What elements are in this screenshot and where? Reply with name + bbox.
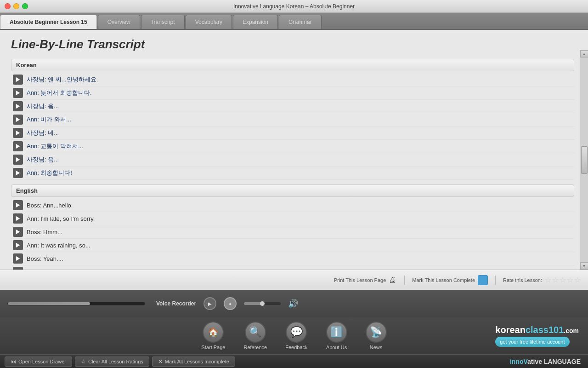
transcript-text: 사장님: 음...: [27, 155, 59, 164]
transcript-body[interactable]: Korean 사장님: 앤 씨...안녕하세요. Ann: 늦어서 최송합니다.…: [0, 57, 588, 270]
svg-marker-3: [16, 117, 20, 122]
transcript-text: Ann: 비가 와서...: [27, 115, 71, 124]
brand-area: koreanclass101.com get your free lifetim…: [495, 325, 579, 347]
audio-play-button[interactable]: [13, 227, 23, 237]
scroll-thumb[interactable]: [581, 146, 588, 174]
audio-play-button[interactable]: [13, 253, 23, 264]
nav-item-reference[interactable]: 🔍 Reference: [234, 318, 276, 354]
mark-incomplete-button[interactable]: ✕ Mark All Lessons Incomplete: [152, 356, 235, 367]
korean-section-header: Korean: [11, 59, 574, 71]
star-clear-icon: ☆: [81, 358, 86, 365]
svg-marker-5: [16, 144, 20, 149]
audio-play-button[interactable]: [13, 200, 23, 210]
transcript-text: Ann: There was traffic, so...: [27, 269, 99, 270]
volume-slider[interactable]: [244, 302, 281, 305]
english-section-header: English: [11, 184, 574, 197]
nav-item-start-page[interactable]: 🏠 Start Page: [192, 318, 234, 354]
star-4[interactable]: ☆: [567, 276, 573, 284]
table-row: 사장님: 네...: [11, 126, 574, 140]
star-2[interactable]: ☆: [552, 276, 559, 284]
brand-cta-button[interactable]: get your free lifetime account: [495, 337, 569, 347]
scroll-down-arrow[interactable]: ▼: [580, 262, 588, 270]
progress-bar[interactable]: [7, 302, 145, 305]
audio-play-button[interactable]: [13, 168, 23, 178]
transcript-text: Ann: 늦어서 최송합니다.: [27, 89, 92, 97]
volume-knob: [260, 301, 265, 306]
audio-play-button[interactable]: [13, 213, 23, 224]
transcript-text: Ann: 교통이 막혀서...: [27, 142, 83, 150]
bottom-toolbar: Print This Lesson Page 🖨 Mark This Lesso…: [0, 270, 588, 290]
star-3[interactable]: ☆: [560, 276, 566, 284]
scrollbar[interactable]: ▲ ▼: [580, 50, 588, 270]
clear-ratings-button[interactable]: ☆ Clear All Lesson Ratings: [75, 356, 149, 367]
tab-transcript[interactable]: Transcript: [141, 15, 185, 29]
svg-marker-7: [16, 171, 20, 176]
window-controls: [5, 3, 28, 9]
rating-toolbar-item: Rate this Lesson: ☆ ☆ ☆ ☆ ☆: [503, 276, 581, 284]
svg-marker-2: [16, 104, 20, 109]
star-1[interactable]: ☆: [545, 276, 551, 284]
table-row: Boss: Hmm...: [11, 225, 574, 239]
tab-grammar[interactable]: Grammar: [279, 15, 322, 29]
star-rating[interactable]: ☆ ☆ ☆ ☆ ☆: [545, 276, 581, 284]
complete-label: Mark This Lesson Complete: [412, 277, 475, 283]
audio-play-button[interactable]: [13, 101, 23, 111]
brand-name: koreanclass101.com: [495, 325, 579, 335]
close-button[interactable]: [5, 3, 11, 9]
transcript-text: Boss: Ann...hello.: [27, 202, 73, 209]
tab-vocabulary[interactable]: Vocabulary: [186, 15, 232, 29]
status-bar-brand: innoVative LANGUAGE: [510, 358, 581, 365]
nav-label-feedback: Feedback: [285, 345, 307, 350]
audio-play-button[interactable]: [13, 128, 23, 138]
print-toolbar-item: Print This Lesson Page 🖨: [334, 275, 397, 285]
transcript-text: Boss: Hmm...: [27, 229, 62, 236]
svg-marker-6: [16, 157, 20, 162]
print-label: Print This Lesson Page: [334, 277, 386, 283]
audio-play-button[interactable]: [13, 115, 23, 125]
nav-label-reference: Reference: [243, 345, 267, 350]
nav-bar: 🏠 Start Page 🔍 Reference 💬 Feedback ℹ️ A…: [0, 317, 588, 354]
tab-overview[interactable]: Overview: [98, 15, 140, 29]
tab-expansion[interactable]: Expansion: [233, 15, 278, 29]
record-button[interactable]: ●: [224, 297, 237, 310]
minimize-button[interactable]: [13, 3, 19, 9]
table-row: 사장님: 음...: [11, 100, 574, 113]
content-area: Line-By-Line Transcript Korean 사장님: 앤 씨.…: [0, 30, 588, 290]
scroll-up-arrow[interactable]: ▲: [580, 50, 588, 58]
transcript-text: 사장님: 음...: [27, 102, 59, 110]
nav-label-start-page: Start Page: [201, 345, 225, 350]
complete-checkbox[interactable]: [478, 275, 488, 285]
svg-marker-12: [16, 256, 20, 261]
transcript-text: Ann: 최송합니다!: [27, 169, 72, 177]
audio-play-button[interactable]: [13, 155, 23, 165]
audio-play-button[interactable]: [13, 267, 23, 270]
reference-icon: 🔍: [245, 322, 266, 343]
star-5[interactable]: ☆: [574, 276, 581, 284]
nav-item-feedback[interactable]: 💬 Feedback: [276, 318, 317, 354]
table-row: Boss: Ann...hello.: [11, 199, 574, 212]
tab-lesson[interactable]: Absolute Beginner Lesson 15: [0, 15, 97, 29]
audio-play-button[interactable]: [13, 240, 23, 250]
open-lesson-drawer-button[interactable]: ⏮ Open Lesson Drawer: [5, 356, 72, 367]
maximize-button[interactable]: [22, 3, 28, 9]
table-row: Ann: It was raining, so...: [11, 239, 574, 252]
news-icon: 📡: [366, 322, 387, 343]
svg-marker-0: [16, 77, 20, 82]
svg-marker-4: [16, 131, 20, 136]
tab-bar: Absolute Beginner Lesson 15 Overview Tra…: [0, 13, 588, 30]
audio-play-button[interactable]: [13, 141, 23, 151]
page-title: Line-By-Line Transcript: [0, 30, 588, 57]
audio-play-button[interactable]: [13, 88, 23, 98]
nav-item-about[interactable]: ℹ️ About Us: [317, 318, 356, 354]
table-row: Boss: Yeah....: [11, 252, 574, 265]
table-row: Ann: 늦어서 최송합니다.: [11, 86, 574, 100]
print-icon[interactable]: 🖨: [389, 275, 397, 285]
play-button[interactable]: ▶: [204, 297, 216, 310]
audio-play-button[interactable]: [13, 75, 23, 85]
main-window: Absolute Beginner Lesson 15 Overview Tra…: [0, 13, 588, 368]
transcript-text: 사장님: 앤 씨...안녕하세요.: [27, 75, 98, 84]
table-row: Ann: 비가 와서...: [11, 113, 574, 126]
nav-label-about: About Us: [326, 345, 347, 350]
nav-item-news[interactable]: 📡 News: [356, 318, 396, 354]
svg-marker-1: [16, 91, 20, 96]
